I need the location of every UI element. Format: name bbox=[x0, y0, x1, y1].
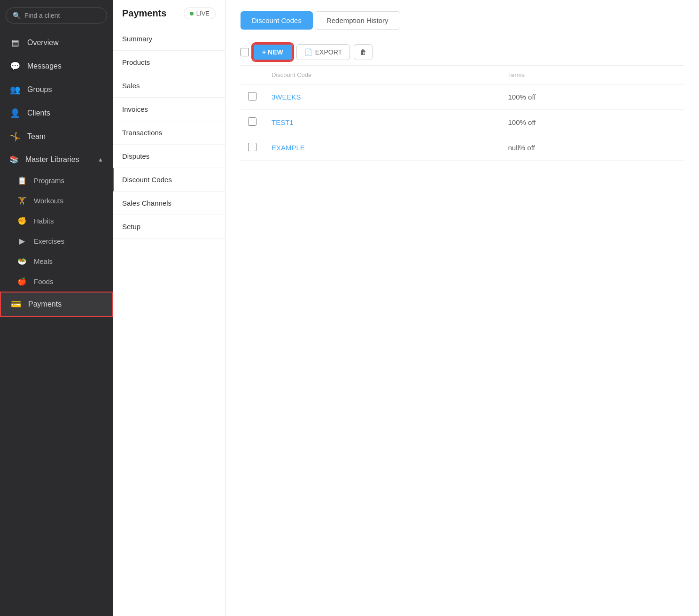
sidebar-item-workouts[interactable]: 🏋 Workouts bbox=[0, 191, 113, 211]
row-1-terms: 100% off bbox=[501, 85, 684, 110]
nav-item-discount-codes[interactable]: Discount Codes bbox=[113, 168, 225, 192]
second-panel-title: Payments bbox=[122, 8, 167, 19]
sidebar-label-workouts: Workouts bbox=[34, 197, 63, 205]
sidebar-item-master-libraries[interactable]: 📚 Master Libraries ▲ bbox=[0, 148, 113, 170]
sidebar-item-clients[interactable]: 👤 Clients bbox=[0, 101, 113, 125]
live-label: LIVE bbox=[196, 10, 210, 17]
tab-redemption-history[interactable]: Redemption History bbox=[315, 11, 400, 30]
sidebar-item-foods[interactable]: 🍎 Foods bbox=[0, 271, 113, 292]
sidebar-label-exercises: Exercises bbox=[34, 237, 64, 245]
exercises-icon: ▶ bbox=[17, 237, 27, 246]
second-panel: Payments LIVE Summary Products Sales Inv… bbox=[113, 0, 225, 616]
sidebar-item-meals[interactable]: 🥗 Meals bbox=[0, 251, 113, 271]
main-content: Discount Codes Redemption History + NEW … bbox=[225, 0, 699, 616]
nav-item-setup[interactable]: Setup bbox=[113, 215, 225, 239]
groups-icon: 👥 bbox=[9, 85, 21, 95]
live-badge: LIVE bbox=[184, 8, 216, 19]
second-panel-nav: Summary Products Sales Invoices Transact… bbox=[113, 27, 225, 239]
export-button[interactable]: 📄 EXPORT bbox=[296, 44, 350, 60]
sidebar-label-clients: Clients bbox=[27, 109, 50, 117]
nav-item-sales-channels[interactable]: Sales Channels bbox=[113, 192, 225, 215]
sidebar-item-payments[interactable]: 💳 Payments bbox=[0, 292, 113, 317]
foods-icon: 🍎 bbox=[17, 277, 27, 286]
master-libraries-icon: 📚 bbox=[9, 155, 19, 164]
live-dot bbox=[190, 12, 194, 15]
row-1-code[interactable]: 3WEEKS bbox=[264, 85, 501, 110]
meals-icon: 🥗 bbox=[17, 257, 27, 266]
nav-item-disputes[interactable]: Disputes bbox=[113, 145, 225, 168]
find-client-search[interactable]: 🔍 Find a client bbox=[6, 8, 107, 23]
sidebar: 🔍 Find a client ▤ Overview 💬 Messages 👥 … bbox=[0, 0, 113, 616]
sidebar-item-exercises[interactable]: ▶ Exercises bbox=[0, 231, 113, 251]
table-row: 3WEEKS 100% off bbox=[241, 85, 684, 110]
master-libraries-subitems: 📋 Programs 🏋 Workouts ✊ Habits ▶ Exercis… bbox=[0, 170, 113, 292]
team-icon: 🤸 bbox=[9, 131, 21, 142]
workouts-icon: 🏋 bbox=[17, 196, 27, 205]
sidebar-label-habits: Habits bbox=[34, 217, 54, 225]
overview-icon: ▤ bbox=[9, 38, 21, 48]
messages-icon: 💬 bbox=[9, 61, 21, 71]
sidebar-label-groups: Groups bbox=[27, 85, 52, 94]
sidebar-label-overview: Overview bbox=[27, 38, 59, 47]
sidebar-item-messages[interactable]: 💬 Messages bbox=[0, 54, 113, 78]
sidebar-item-programs[interactable]: 📋 Programs bbox=[0, 170, 113, 191]
sidebar-item-groups[interactable]: 👥 Groups bbox=[0, 78, 113, 101]
payments-icon: 💳 bbox=[10, 299, 22, 309]
second-panel-header: Payments LIVE bbox=[113, 0, 225, 27]
nav-item-products[interactable]: Products bbox=[113, 51, 225, 74]
chevron-up-icon: ▲ bbox=[98, 156, 103, 163]
sidebar-label-meals: Meals bbox=[34, 257, 53, 265]
nav-item-sales[interactable]: Sales bbox=[113, 74, 225, 98]
tab-discount-codes[interactable]: Discount Codes bbox=[241, 11, 313, 30]
row-2-terms: 100% off bbox=[501, 110, 684, 135]
row-1-checkbox[interactable] bbox=[248, 92, 256, 100]
delete-button[interactable]: 🗑 bbox=[354, 44, 373, 60]
export-icon: 📄 bbox=[304, 48, 312, 56]
row-2-checkbox[interactable] bbox=[248, 117, 256, 126]
table-row: TEST1 100% off bbox=[241, 110, 684, 135]
table-row: EXAMPLE null% off bbox=[241, 135, 684, 161]
table-header-code: Discount Code bbox=[264, 66, 501, 85]
row-checkbox-cell bbox=[241, 110, 264, 135]
row-checkbox-cell bbox=[241, 85, 264, 110]
row-3-checkbox[interactable] bbox=[248, 143, 256, 151]
sidebar-item-overview[interactable]: ▤ Overview bbox=[0, 31, 113, 54]
sidebar-label-payments: Payments bbox=[28, 300, 62, 308]
sidebar-label-team: Team bbox=[27, 132, 46, 141]
sidebar-item-habits[interactable]: ✊ Habits bbox=[0, 211, 113, 231]
sidebar-label-messages: Messages bbox=[27, 62, 62, 70]
table-header-terms: Terms bbox=[501, 66, 684, 85]
discount-table: Discount Code Terms 3WEEKS 100% off TEST… bbox=[241, 66, 684, 161]
search-icon: 🔍 bbox=[13, 12, 21, 19]
table-header-checkbox-col bbox=[241, 66, 264, 85]
toolbar: + NEW 📄 EXPORT 🗑 bbox=[241, 39, 684, 66]
row-2-code[interactable]: TEST1 bbox=[264, 110, 501, 135]
sidebar-label-programs: Programs bbox=[34, 177, 64, 185]
sidebar-item-team[interactable]: 🤸 Team bbox=[0, 125, 113, 148]
nav-item-summary[interactable]: Summary bbox=[113, 27, 225, 51]
tabs-row: Discount Codes Redemption History bbox=[241, 11, 684, 30]
export-label: EXPORT bbox=[315, 48, 342, 56]
sidebar-label-master-libraries: Master Libraries bbox=[25, 155, 79, 164]
row-3-terms: null% off bbox=[501, 135, 684, 161]
row-3-code[interactable]: EXAMPLE bbox=[264, 135, 501, 161]
search-placeholder: Find a client bbox=[24, 12, 60, 19]
nav-item-invoices[interactable]: Invoices bbox=[113, 98, 225, 121]
programs-icon: 📋 bbox=[17, 176, 27, 185]
select-all-checkbox[interactable] bbox=[241, 48, 249, 56]
nav-item-transactions[interactable]: Transactions bbox=[113, 121, 225, 145]
new-button[interactable]: + NEW bbox=[253, 44, 293, 61]
row-checkbox-cell bbox=[241, 135, 264, 161]
trash-icon: 🗑 bbox=[360, 48, 366, 56]
sidebar-label-foods: Foods bbox=[34, 277, 54, 285]
clients-icon: 👤 bbox=[9, 108, 21, 118]
habits-icon: ✊ bbox=[17, 216, 27, 225]
